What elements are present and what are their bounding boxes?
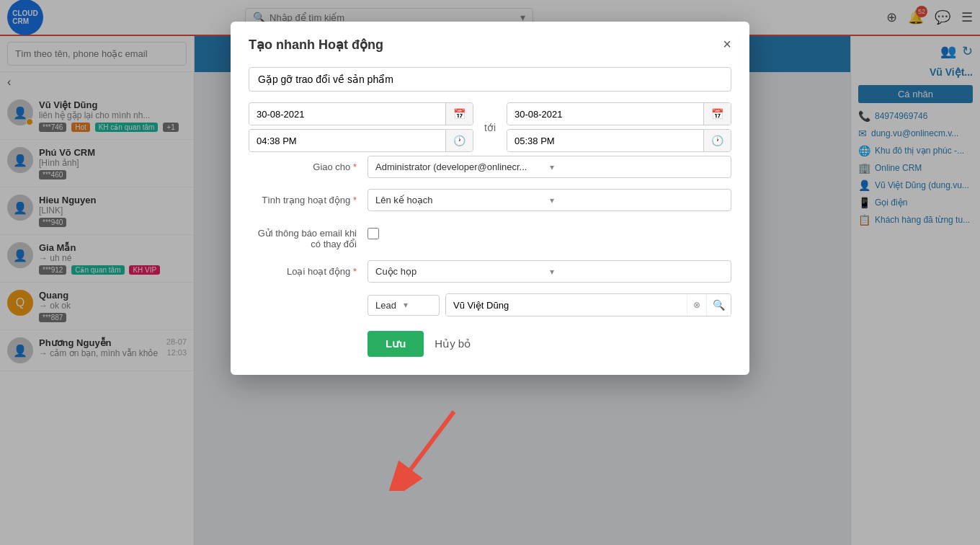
create-activity-modal: Tạo nhanh Hoạt động × 📅 🕐 tới 📅 xyxy=(231,22,749,375)
assign-required: * xyxy=(353,161,357,172)
date-start-input[interactable] xyxy=(249,104,445,125)
activity-type-control: Cuộc họp ▾ xyxy=(368,260,731,283)
activity-type-label: Loại hoạt động * xyxy=(249,260,357,277)
modal-title: Tạo nhanh Hoạt động xyxy=(249,37,383,53)
lead-control: Lead ▾ ⊗ 🔍 xyxy=(368,293,731,316)
datetime-row: 📅 🕐 tới 📅 🕐 xyxy=(249,102,731,152)
activity-type-value: Cuộc họp xyxy=(375,266,550,277)
time-start-input[interactable] xyxy=(249,130,445,151)
status-control: Lên kế hoạch ▾ xyxy=(368,189,731,211)
status-row: Tình trạng hoạt động * Lên kế hoạch ▾ xyxy=(249,189,731,211)
notify-control xyxy=(368,222,731,239)
modal-footer: Lưu Hủy bỏ xyxy=(249,331,731,357)
calendar-start-icon[interactable]: 📅 xyxy=(445,103,473,125)
activity-type-required: * xyxy=(353,266,357,277)
lead-row: Lead ▾ ⊗ 🔍 xyxy=(368,293,731,316)
assign-row: Giao cho * Administrator (developer@onli… xyxy=(249,156,731,178)
clock-end-icon[interactable]: 🕐 xyxy=(703,130,731,151)
activity-name-input[interactable] xyxy=(249,67,731,92)
lead-search-input[interactable] xyxy=(446,295,687,316)
date-start-input-wrap: 📅 xyxy=(249,102,473,125)
activity-type-select[interactable]: Cuộc họp ▾ xyxy=(368,260,731,283)
calendar-end-icon[interactable]: 📅 xyxy=(703,103,731,125)
status-select[interactable]: Lên kế hoạch ▾ xyxy=(368,189,731,211)
time-end-input-wrap: 🕐 xyxy=(507,129,731,152)
lead-row-container: Lead ▾ ⊗ 🔍 xyxy=(249,293,731,316)
assign-value: Administrator (developer@onlinecr... xyxy=(375,161,550,172)
save-button[interactable]: Lưu xyxy=(368,331,424,357)
chevron-down-icon: ▾ xyxy=(550,267,724,277)
lead-type-select[interactable]: Lead ▾ xyxy=(368,295,440,316)
assign-select[interactable]: Administrator (developer@onlinecr... ▾ xyxy=(368,156,731,178)
assign-label: Giao cho * xyxy=(249,156,357,172)
cancel-button[interactable]: Hủy bỏ xyxy=(435,337,471,350)
search-lead-icon[interactable]: 🔍 xyxy=(706,294,731,316)
date-end-input[interactable] xyxy=(507,104,703,125)
activity-type-row: Loại hoạt động * Cuộc họp ▾ xyxy=(249,260,731,283)
lead-type-value: Lead xyxy=(375,300,404,311)
assign-control: Administrator (developer@onlinecr... ▾ xyxy=(368,156,731,178)
chevron-down-icon: ▾ xyxy=(404,300,432,310)
activity-name-group xyxy=(249,67,731,92)
notify-checkbox[interactable] xyxy=(368,228,379,239)
status-value: Lên kế hoạch xyxy=(375,195,550,205)
modal-header: Tạo nhanh Hoạt động × xyxy=(249,36,731,53)
notify-checkbox-wrap xyxy=(368,222,731,239)
date-end-section: 📅 🕐 xyxy=(507,102,731,152)
lead-spacer xyxy=(249,293,357,299)
time-end-input[interactable] xyxy=(507,130,703,151)
date-end-input-wrap: 📅 xyxy=(507,102,731,125)
notify-label: Gửi thông báo email khi có thay đổi xyxy=(249,222,357,249)
chevron-down-icon: ▾ xyxy=(550,195,724,205)
date-start-section: 📅 🕐 xyxy=(249,102,473,152)
status-required: * xyxy=(353,195,357,205)
lead-input-wrap: ⊗ 🔍 xyxy=(445,293,731,316)
time-start-input-wrap: 🕐 xyxy=(249,129,473,152)
clock-start-icon[interactable]: 🕐 xyxy=(445,130,473,151)
clear-icon[interactable]: ⊗ xyxy=(687,295,706,315)
status-label: Tình trạng hoạt động * xyxy=(249,189,357,205)
to-label: tới xyxy=(481,122,499,133)
chevron-down-icon: ▾ xyxy=(550,162,724,172)
notify-row: Gửi thông báo email khi có thay đổi xyxy=(249,222,731,249)
close-button[interactable]: × xyxy=(723,36,731,53)
